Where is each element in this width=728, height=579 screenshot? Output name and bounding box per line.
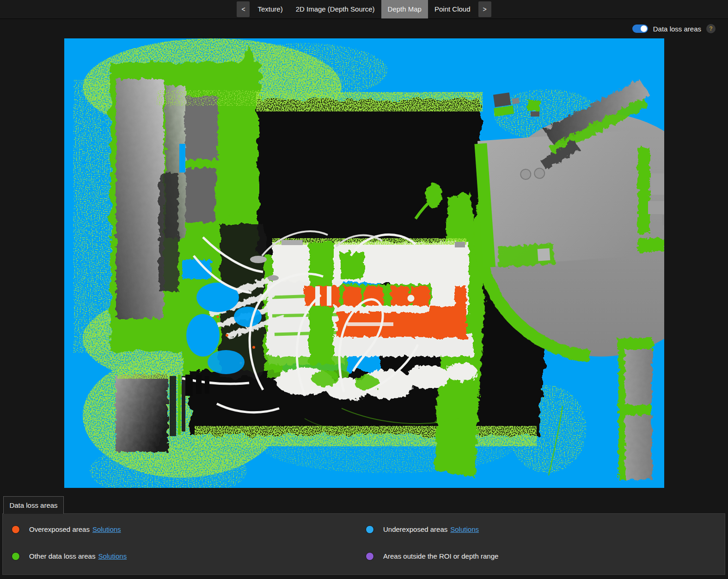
- legend-label-outside-roi: Areas outside the ROI or depth range: [383, 552, 498, 560]
- data-loss-areas-toggle[interactable]: [632, 25, 648, 33]
- legend-label-other-data-loss: Other data loss areas: [29, 552, 95, 560]
- data-loss-toggle-label: Data loss areas: [653, 25, 701, 33]
- tabs-scroll-prev-button[interactable]: <: [237, 1, 250, 17]
- outside-roi-color-dot: [366, 553, 373, 560]
- data-loss-areas-tab[interactable]: Data loss areas: [3, 496, 64, 514]
- view-tab-bar: < Texture) 2D Image (Depth Source) Depth…: [0, 0, 728, 19]
- app-window: { "view_tabs": { "prev": "<", "next": ">…: [0, 0, 728, 579]
- other-data-loss-solutions-link[interactable]: Solutions: [98, 552, 127, 560]
- underexposed-solutions-link[interactable]: Solutions: [450, 525, 479, 533]
- depth-map-image: [64, 38, 664, 488]
- other-data-loss-color-dot: [12, 553, 19, 560]
- overexposed-color-dot: [12, 526, 19, 533]
- legend-item-other-data-loss: Other data loss areas Solutions: [12, 552, 127, 560]
- data-loss-legend-panel: Overexposed areas Solutions Underexposed…: [2, 513, 725, 575]
- legend-item-outside-roi: Areas outside the ROI or depth range: [366, 552, 498, 560]
- legend-item-underexposed: Underexposed areas Solutions: [366, 525, 479, 533]
- legend-label-overexposed: Overexposed areas: [29, 525, 90, 533]
- data-loss-toggle-row: Data loss areas ?: [632, 24, 716, 34]
- tab-depth-map[interactable]: Depth Map: [381, 0, 428, 18]
- tab-2d-image-depth-source[interactable]: 2D Image (Depth Source): [289, 0, 381, 18]
- legend-item-overexposed: Overexposed areas Solutions: [12, 525, 121, 533]
- depth-map-viewport[interactable]: [64, 38, 664, 488]
- underexposed-color-dot: [366, 526, 373, 533]
- legend-label-underexposed: Underexposed areas: [383, 525, 447, 533]
- tabs-scroll-next-button[interactable]: >: [478, 1, 491, 17]
- tab-point-cloud[interactable]: Point Cloud: [428, 0, 477, 18]
- overexposed-solutions-link[interactable]: Solutions: [92, 525, 121, 533]
- tab-2d-image-texture[interactable]: Texture): [251, 0, 289, 18]
- help-icon[interactable]: ?: [706, 24, 716, 33]
- toggle-knob: [641, 25, 647, 32]
